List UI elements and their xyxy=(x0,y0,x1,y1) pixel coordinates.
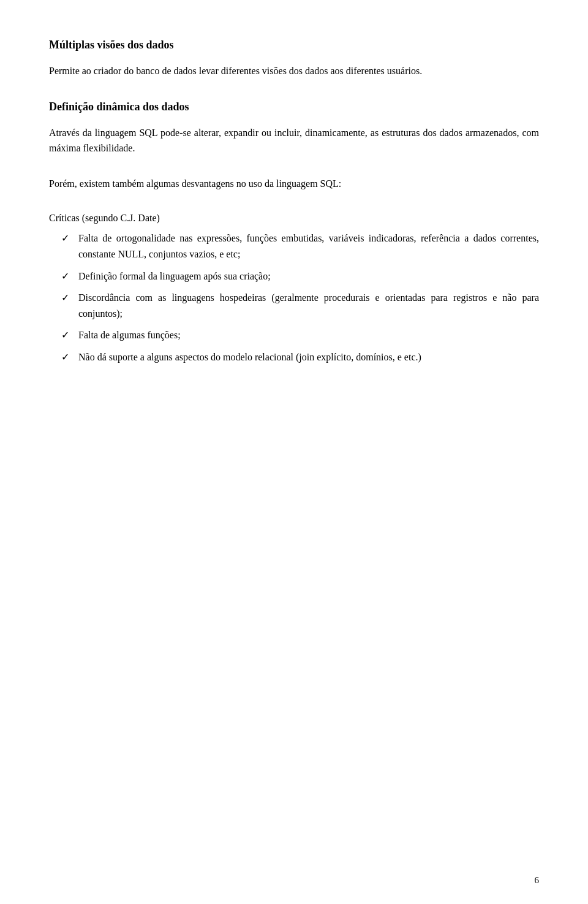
section-intro-desvantagens: Porém, existem também algumas desvantage… xyxy=(49,176,539,192)
page-number: 6 xyxy=(535,875,540,886)
critic-label: Críticas (segundo C.J. Date) xyxy=(49,211,539,226)
section-multiplas-visoes: Múltiplas visões dos dados Permite ao cr… xyxy=(49,37,539,79)
list-item: Discordância com as linguagens hospedeir… xyxy=(61,290,539,321)
list-item: Falta de algumas funções; xyxy=(61,327,539,343)
list-item: Falta de ortogonalidade nas expressões, … xyxy=(61,230,539,262)
section-title-definicao-dinamica: Definição dinâmica dos dados xyxy=(49,99,539,115)
page-content: Múltiplas visões dos dados Permite ao cr… xyxy=(49,37,539,365)
section-body-multiplas-visoes: Permite ao criador do banco de dados lev… xyxy=(49,63,539,79)
section-definicao-dinamica: Definição dinâmica dos dados Através da … xyxy=(49,99,539,156)
checklist: Falta de ortogonalidade nas expressões, … xyxy=(49,230,539,365)
list-item: Definição formal da linguagem após sua c… xyxy=(61,268,539,284)
section-title-multiplas-visoes: Múltiplas visões dos dados xyxy=(49,37,539,53)
section-desvantagens: Porém, existem também algumas desvantage… xyxy=(49,176,539,365)
section-body-definicao-dinamica: Através da linguagem SQL pode-se alterar… xyxy=(49,125,539,156)
list-item: Não dá suporte a alguns aspectos do mode… xyxy=(61,349,539,365)
